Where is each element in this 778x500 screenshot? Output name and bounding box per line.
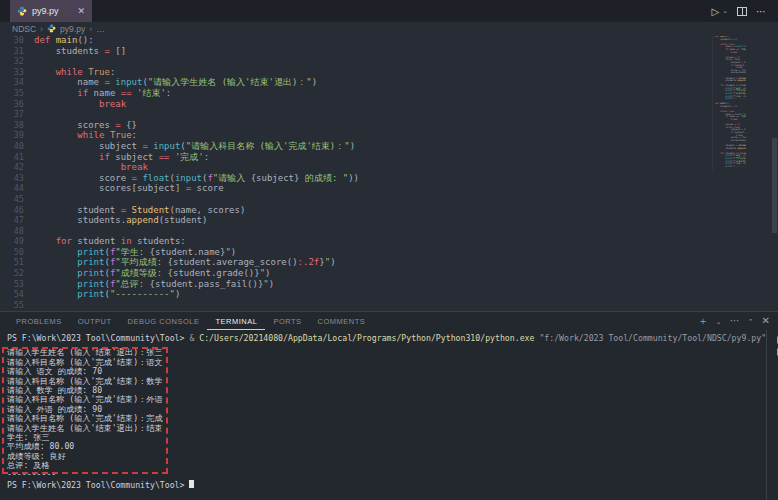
code-line: print("----------") (715, 98, 746, 101)
vscode-window: py9.py ✕ ▷ ⌄ ⋯ NDSC › py9.py › … 30def m… (0, 0, 778, 500)
line-number: 30 (0, 35, 34, 46)
panel-more-icon[interactable]: ⋯ (730, 316, 740, 326)
terminal-line: 学生: 张三 (7, 433, 766, 442)
terminal-line: 请输入科目名称 (输入'完成'结束)：语文 (7, 358, 766, 367)
terminal-line: PS F:\Work\2023 Tool\Community\Tool> (7, 480, 766, 489)
code-line: 52 print(f"成绩等级: {student.grade()}") (0, 268, 778, 279)
panel-tab-ports[interactable]: PORTS (265, 312, 309, 330)
editor-more-actions-icon[interactable]: ⋯ (756, 6, 766, 17)
code-line: 43 score = float(input(f"请输入 {subject} 的… (0, 173, 778, 184)
line-number: 38 (0, 120, 34, 131)
line-number: 51 (0, 257, 34, 268)
code-line: 46 student = Student(name, scores) (0, 205, 778, 216)
line-number: 39 (0, 130, 34, 141)
terminal-line: 请输入科目名称 (输入'完成'结束)：数学 (7, 377, 766, 386)
tab-close-icon[interactable]: ✕ (77, 7, 85, 16)
run-button[interactable]: ▷ (711, 6, 719, 17)
terminal-line: 请输入学生姓名 (输入'结束'退出)：结束 (7, 424, 766, 433)
line-number: 52 (0, 268, 34, 279)
code-line: 50 print(f"学生: {student.name}") (0, 247, 778, 258)
breadcrumb-file[interactable]: py9.py (60, 24, 85, 34)
split-editor-icon[interactable] (737, 7, 747, 16)
line-number: 54 (0, 289, 34, 300)
bottom-panel: PROBLEMSOUTPUTDEBUG CONSOLETERMINALPORTS… (0, 311, 778, 500)
terminal-line: 总评: 及格 (7, 461, 766, 470)
breadcrumb-symbol[interactable]: … (96, 24, 105, 34)
tab-py9[interactable]: py9.py ✕ (10, 0, 92, 22)
code-line (715, 168, 746, 171)
editor-scrollbar[interactable] (772, 138, 777, 233)
panel-maximize-icon[interactable]: ⌃ (748, 318, 754, 325)
code-editor[interactable]: 30def main():31 students = []3233 while … (0, 35, 778, 311)
code-line: 53 print(f"总评: {student.pass_fail()}") (0, 279, 778, 290)
code-line: 44 scores[subject] = score (0, 183, 778, 194)
line-number: 32 (0, 56, 34, 67)
code-line: 34 name = input("请输入学生姓名 (输入'结束'退出)：") (0, 77, 778, 88)
terminal-list: >powershell>Python (766, 330, 778, 500)
terminal-cursor (189, 480, 194, 489)
code-line: 37 (0, 109, 778, 120)
line-number: 50 (0, 247, 34, 258)
code-line: scores[subject] = score (715, 72, 746, 75)
terminal-session-powershell[interactable]: >powershell (767, 334, 778, 346)
panel-close-icon[interactable]: ✕ (762, 316, 770, 326)
line-number: 33 (0, 67, 34, 78)
code-line: 36 break (0, 99, 778, 110)
line-number: 37 (0, 109, 34, 120)
chevron-right-icon: › (89, 24, 92, 34)
terminal-line: PS F:\Work\2023 Tool\Community\Tool> & C… (7, 334, 766, 343)
code-line: 31 students = [] (0, 46, 778, 57)
code-line: 39 while True: (0, 130, 778, 141)
line-number: 36 (0, 99, 34, 110)
code-line: scores[subject] = score (715, 140, 746, 143)
terminal-dropdown-icon[interactable]: ⌄ (716, 318, 722, 325)
terminal-line: 成绩等级: 良好 (7, 452, 766, 461)
line-number: 35 (0, 88, 34, 99)
code-line: 41 if subject == '完成': (0, 152, 778, 163)
editor-tab-bar: py9.py ✕ ▷ ⌄ ⋯ (0, 0, 778, 22)
line-number: 43 (0, 173, 34, 184)
code-line: 38 scores = {} (0, 120, 778, 131)
code-line: 42 break (0, 162, 778, 173)
code-line: 32 (0, 56, 778, 67)
python-file-icon (17, 6, 27, 16)
chevron-right-icon: › (40, 24, 43, 34)
new-terminal-icon[interactable]: ＋ (698, 316, 708, 326)
line-number: 53 (0, 279, 34, 290)
code-line: 49 for student in students: (0, 236, 778, 247)
code-line: students.append(student) (715, 148, 746, 151)
code-line: 55 (0, 300, 778, 311)
run-dropdown-icon[interactable]: ⌄ (722, 7, 728, 15)
panel-tab-terminal[interactable]: TERMINAL (207, 312, 265, 330)
code-line: 45 (0, 194, 778, 205)
line-number: 42 (0, 162, 34, 173)
code-line: print("----------") (715, 166, 746, 169)
code-line: 40 subject = input("请输入科目名称 (输入'完成'结束)："… (0, 141, 778, 152)
code-line: 54 print("----------") (0, 289, 778, 300)
breadcrumb: NDSC › py9.py › … (0, 22, 778, 35)
line-number: 31 (0, 46, 34, 57)
panel-tab-output[interactable]: OUTPUT (70, 312, 120, 330)
python-file-icon (47, 24, 56, 33)
line-number: 45 (0, 194, 34, 205)
line-number: 48 (0, 226, 34, 237)
terminal[interactable]: PS F:\Work\2023 Tool\Community\Tool> & C… (0, 330, 766, 500)
line-number: 49 (0, 236, 34, 247)
line-number: 55 (0, 300, 34, 311)
tab-title: py9.py (32, 6, 59, 16)
panel-tab-problems[interactable]: PROBLEMS (8, 312, 70, 330)
terminal-session-python[interactable]: >Python (767, 346, 778, 358)
line-number: 34 (0, 77, 34, 88)
panel-tab-comments[interactable]: COMMENTS (310, 312, 374, 330)
line-number: 41 (0, 152, 34, 163)
terminal-line: 请输入科目名称 (输入'完成'结束)：外语 (7, 395, 766, 404)
line-number: 46 (0, 205, 34, 216)
code-line: 47 students.append(student) (0, 215, 778, 226)
code-line: 35 if name == '结束': (0, 88, 778, 99)
minimap[interactable]: def main(): students = [] while True: na… (712, 36, 746, 171)
breadcrumb-folder[interactable]: NDSC (12, 24, 36, 34)
panel-tab-debug-console[interactable]: DEBUG CONSOLE (120, 312, 208, 330)
line-number: 47 (0, 215, 34, 226)
code-line: 48 (0, 226, 778, 237)
code-line: students.append(student) (715, 80, 746, 83)
